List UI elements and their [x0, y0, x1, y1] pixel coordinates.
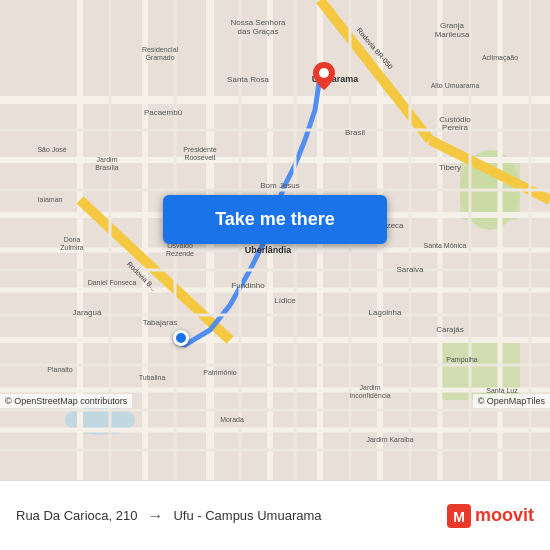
- destination-marker: [313, 62, 335, 90]
- moovit-icon: M: [447, 504, 471, 528]
- svg-text:Presidente: Presidente: [183, 146, 217, 153]
- svg-text:Uberlândia: Uberlândia: [245, 245, 293, 255]
- svg-text:Carajás: Carajás: [436, 325, 464, 334]
- svg-text:Iaiaman: Iaiaman: [38, 196, 63, 203]
- svg-text:Dona: Dona: [64, 236, 81, 243]
- svg-text:Inconfidência: Inconfidência: [349, 392, 390, 399]
- svg-text:Morada: Morada: [220, 416, 244, 423]
- svg-text:Marileusa: Marileusa: [435, 30, 470, 39]
- svg-text:Roosevelt: Roosevelt: [184, 154, 215, 161]
- svg-text:Rezende: Rezende: [166, 250, 194, 257]
- svg-text:Lagoinha: Lagoinha: [369, 308, 402, 317]
- origin-marker: [173, 330, 189, 346]
- svg-text:Aclimaçaão: Aclimaçaão: [482, 54, 518, 62]
- svg-text:Jardim Karalba: Jardim Karalba: [366, 436, 413, 443]
- omt-attribution: © OpenMapTiles: [473, 394, 550, 408]
- svg-text:Planalto: Planalto: [47, 366, 72, 373]
- svg-text:Jardim: Jardim: [359, 384, 380, 391]
- svg-text:Saraiva: Saraiva: [396, 265, 424, 274]
- svg-text:Tabajaras: Tabajaras: [143, 318, 178, 327]
- svg-text:Nossa Senhora: Nossa Senhora: [230, 18, 286, 27]
- osm-attribution: © OpenStreetMap contributors: [0, 394, 132, 408]
- map-container: Nossa Senhora das Graças Granja Marileus…: [0, 0, 550, 480]
- moovit-logo: M moovit: [447, 504, 534, 528]
- svg-text:Brasil: Brasil: [345, 128, 365, 137]
- route-destination: Ufu - Campus Umuarama: [173, 508, 321, 523]
- svg-text:Residencial: Residencial: [142, 46, 179, 53]
- svg-text:Tubalina: Tubalina: [139, 374, 166, 381]
- svg-text:Fundinho: Fundinho: [231, 281, 265, 290]
- take-me-there-label: Take me there: [215, 209, 335, 230]
- svg-text:Brasília: Brasília: [95, 164, 118, 171]
- svg-text:Zulmira: Zulmira: [60, 244, 83, 251]
- svg-text:São José: São José: [37, 146, 66, 153]
- svg-text:Gramado: Gramado: [145, 54, 174, 61]
- svg-text:Santa Rosa: Santa Rosa: [227, 75, 269, 84]
- svg-text:Bom Jesus: Bom Jesus: [260, 181, 300, 190]
- take-me-there-button[interactable]: Take me there: [163, 195, 387, 244]
- svg-text:Jardim: Jardim: [96, 156, 117, 163]
- bottom-bar: Rua Da Carioca, 210 → Ufu - Campus Umuar…: [0, 480, 550, 550]
- svg-text:Pereira: Pereira: [442, 123, 468, 132]
- svg-text:Granja: Granja: [440, 21, 465, 30]
- svg-text:Patrimônio: Patrimônio: [203, 369, 237, 376]
- svg-text:Santa Mônica: Santa Mônica: [424, 242, 467, 249]
- svg-text:Pampulha: Pampulha: [446, 356, 478, 364]
- route-origin: Rua Da Carioca, 210: [16, 508, 137, 523]
- svg-text:Lídice: Lídice: [274, 296, 296, 305]
- svg-text:Santa Luz: Santa Luz: [486, 387, 518, 394]
- svg-text:M: M: [453, 509, 465, 525]
- svg-text:Jaraguá: Jaraguá: [73, 308, 102, 317]
- svg-text:Pacaembú: Pacaembú: [144, 108, 182, 117]
- svg-point-87: [319, 68, 329, 78]
- svg-text:Alto Umuarama: Alto Umuarama: [431, 82, 480, 89]
- svg-text:das Graças: das Graças: [238, 27, 279, 36]
- moovit-text: moovit: [475, 505, 534, 526]
- svg-text:Daniel Fonseca: Daniel Fonseca: [88, 279, 137, 286]
- route-arrow: →: [147, 507, 163, 525]
- svg-text:Tibery: Tibery: [439, 163, 461, 172]
